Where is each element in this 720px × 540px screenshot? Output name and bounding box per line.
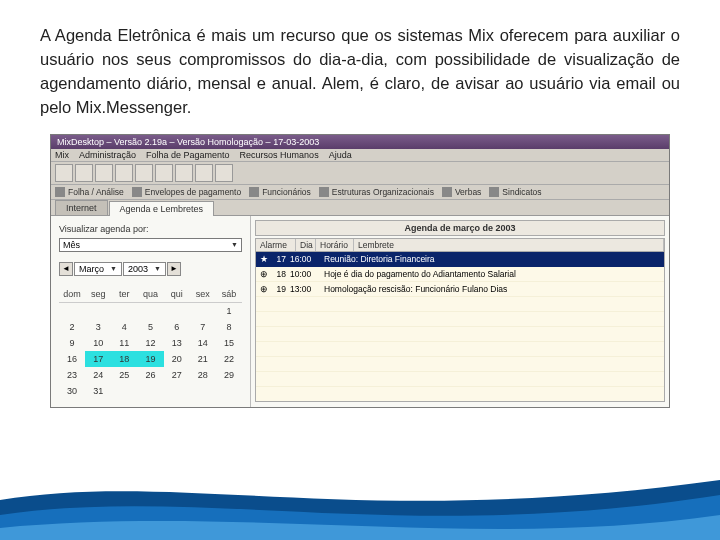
tab-estruturas[interactable]: Estruturas Organizacionais (319, 187, 434, 197)
menu-folha[interactable]: Folha de Pagamento (146, 150, 230, 160)
view-by-select[interactable]: Mês▼ (59, 238, 242, 252)
agenda-list[interactable]: ★1716:00Reunião: Diretoria Financeira⊕18… (255, 252, 665, 402)
agenda-row[interactable]: ⊕1810:00Hoje é dia do pagamento do Adian… (256, 267, 664, 282)
calendar-day[interactable]: 10 (85, 335, 111, 351)
calendar-day (164, 302, 190, 319)
toolbar-button[interactable] (75, 164, 93, 182)
calendar-day[interactable]: 11 (111, 335, 137, 351)
calendar-day[interactable]: 17 (85, 351, 111, 367)
calendar-day[interactable]: 7 (190, 319, 216, 335)
toolbar-button[interactable] (215, 164, 233, 182)
calendar-weekday: sex (190, 286, 216, 303)
calendar-day[interactable]: 9 (59, 335, 85, 351)
calendar-day[interactable]: 4 (111, 319, 137, 335)
agenda-row[interactable]: ⊕1913:00Homologação rescisão: Funcionári… (256, 282, 664, 297)
calendar-day (59, 302, 85, 319)
menu-rh[interactable]: Recursos Humanos (240, 150, 319, 160)
alarm-icon: ⊕ (258, 284, 270, 294)
calendar-day (164, 383, 190, 399)
app-window: MixDesktop – Versão 2.19a – Versão Homol… (50, 134, 670, 408)
tab-sindicatos[interactable]: Sindicatos (489, 187, 541, 197)
calendar-day[interactable]: 19 (137, 351, 163, 367)
calendar-day[interactable]: 28 (190, 367, 216, 383)
window-title: MixDesktop – Versão 2.19a – Versão Homol… (57, 137, 319, 147)
calendar-day (216, 383, 242, 399)
calendar-day[interactable]: 24 (85, 367, 111, 383)
calendar-weekday: seg (85, 286, 111, 303)
toolbar-button[interactable] (95, 164, 113, 182)
calendar-weekday: ter (111, 286, 137, 303)
calendar-day[interactable]: 26 (137, 367, 163, 383)
agenda-day: 17 (270, 254, 290, 264)
calendar-day[interactable]: 23 (59, 367, 85, 383)
tab-folha[interactable]: Folha / Análise (55, 187, 124, 197)
calendar-day[interactable]: 12 (137, 335, 163, 351)
tab-funcionarios[interactable]: Funcionários (249, 187, 311, 197)
calendar-weekday: dom (59, 286, 85, 303)
calendar-day[interactable]: 20 (164, 351, 190, 367)
agenda-columns: Alarme Dia Horário Lembrete (255, 238, 665, 252)
calendar-day[interactable]: 18 (111, 351, 137, 367)
calendar-day[interactable]: 21 (190, 351, 216, 367)
filter-label: Visualizar agenda por: (59, 224, 242, 234)
calendar-day (111, 383, 137, 399)
calendar-day (190, 383, 216, 399)
calendar-day[interactable]: 1 (216, 302, 242, 319)
agenda-title: Agenda de março de 2003 (255, 220, 665, 236)
slide-description: A Agenda Eletrônica é mais um recurso qu… (40, 24, 680, 120)
alarm-icon: ★ (258, 254, 270, 264)
org-icon (319, 187, 329, 197)
doc-icon (55, 187, 65, 197)
menubar: Mix Administração Folha de Pagamento Rec… (51, 149, 669, 162)
calendar-day[interactable]: 31 (85, 383, 111, 399)
toolbar-button[interactable] (195, 164, 213, 182)
calendar-weekday: qua (137, 286, 163, 303)
calendar-day[interactable]: 8 (216, 319, 242, 335)
calendar-day (111, 302, 137, 319)
subtab-internet[interactable]: Internet (55, 200, 108, 215)
toolbar-button[interactable] (155, 164, 173, 182)
menu-administracao[interactable]: Administração (79, 150, 136, 160)
prev-button[interactable]: ◄ (59, 262, 73, 276)
month-select[interactable]: Março▼ (74, 262, 122, 276)
agenda-text: Homologação rescisão: Funcionário Fulano… (324, 284, 662, 294)
calendar-day[interactable]: 5 (137, 319, 163, 335)
calendar-day (85, 302, 111, 319)
calendar-day[interactable]: 30 (59, 383, 85, 399)
right-pane: Agenda de março de 2003 Alarme Dia Horár… (251, 216, 669, 407)
toolbar-button[interactable] (55, 164, 73, 182)
calendar-day[interactable]: 13 (164, 335, 190, 351)
agenda-row[interactable]: ★1716:00Reunião: Diretoria Financeira (256, 252, 664, 267)
calendar-day[interactable]: 29 (216, 367, 242, 383)
module-tabbar: Folha / Análise Envelopes de pagamento F… (51, 185, 669, 200)
calendar-day (190, 302, 216, 319)
calendar-day[interactable]: 6 (164, 319, 190, 335)
year-select[interactable]: 2003▼ (123, 262, 166, 276)
toolbar-button[interactable] (115, 164, 133, 182)
calendar-weekday: qui (164, 286, 190, 303)
agenda-day: 19 (270, 284, 290, 294)
tab-verbas[interactable]: Verbas (442, 187, 481, 197)
calendar-day[interactable]: 25 (111, 367, 137, 383)
toolbar-button[interactable] (175, 164, 193, 182)
calendar-day[interactable]: 14 (190, 335, 216, 351)
menu-mix[interactable]: Mix (55, 150, 69, 160)
calendar-day[interactable]: 16 (59, 351, 85, 367)
calendar-day (137, 383, 163, 399)
menu-ajuda[interactable]: Ajuda (329, 150, 352, 160)
calendar-day[interactable]: 22 (216, 351, 242, 367)
next-button[interactable]: ► (167, 262, 181, 276)
agenda-time: 16:00 (290, 254, 324, 264)
toolbar-button[interactable] (135, 164, 153, 182)
agenda-text: Hoje é dia do pagamento do Adiantamento … (324, 269, 662, 279)
calendar-day[interactable]: 2 (59, 319, 85, 335)
people-icon (249, 187, 259, 197)
subtabs: Internet Agenda e Lembretes (51, 200, 669, 216)
calendar-day[interactable]: 15 (216, 335, 242, 351)
titlebar: MixDesktop – Versão 2.19a – Versão Homol… (51, 135, 669, 149)
calendar-day[interactable]: 3 (85, 319, 111, 335)
flag-icon (489, 187, 499, 197)
calendar-day[interactable]: 27 (164, 367, 190, 383)
subtab-agenda[interactable]: Agenda e Lembretes (109, 201, 215, 216)
tab-envelopes[interactable]: Envelopes de pagamento (132, 187, 241, 197)
